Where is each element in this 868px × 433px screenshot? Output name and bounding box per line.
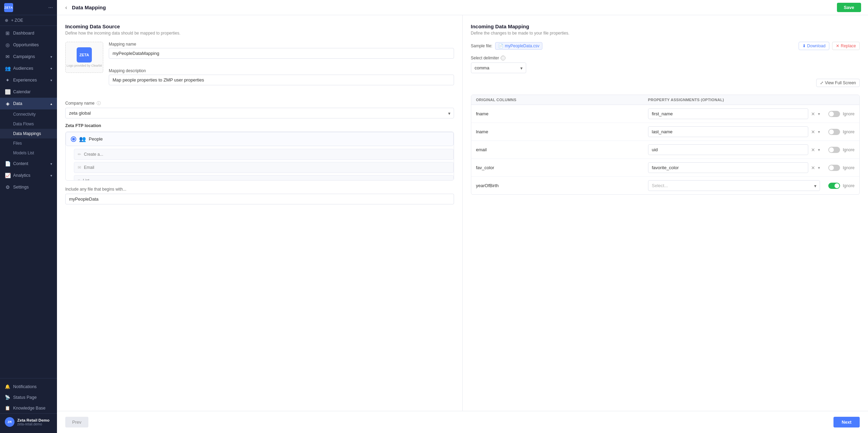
prop-assign-lname: last_name ✕ ▾ — [648, 126, 820, 137]
col1-header: Original Columns — [476, 98, 648, 102]
sidebar-item-calendar[interactable]: ⬜ Calendar — [0, 86, 57, 98]
prop-assign-year: Select... ▾ — [648, 180, 820, 191]
clear-icon[interactable]: ✕ — [810, 110, 817, 117]
mapping-name-input[interactable] — [109, 48, 454, 59]
sidebar-item-data[interactable]: ◈ Data ▴ — [0, 98, 57, 109]
user-name: Zeta Retail Demo — [17, 418, 49, 422]
mapping-desc-label: Mapping description — [109, 68, 454, 73]
zoe-button[interactable]: ⊕ + ZOE — [0, 15, 57, 26]
ftp-scrollable: 👥 People ✏ ✉ — [66, 132, 454, 180]
prop-select-fname[interactable]: first_name — [648, 108, 808, 119]
prop-select-lname[interactable]: last_name — [648, 126, 808, 137]
mapping-desc-input[interactable] — [109, 75, 454, 85]
sidebar-item-dashboard[interactable]: ⊞ Dashboard — [0, 27, 57, 39]
company-name-label: Company name ⓘ — [65, 100, 454, 106]
bottom-buttons: Prev Next — [57, 411, 868, 433]
content-area: Incoming Data Source Define how the inco… — [57, 15, 868, 411]
prop-select-email[interactable]: uid — [648, 144, 808, 155]
file-chip: 📄 myPeopleData.csv — [495, 42, 542, 50]
ignore-toggle-fname[interactable] — [828, 111, 840, 117]
email-input[interactable] — [84, 165, 450, 170]
content-icon: 📄 — [5, 161, 10, 166]
chevron-down-icon: ▾ — [50, 78, 52, 82]
list-icon: ≡ — [78, 178, 80, 180]
sidebar-item-label: Audiences — [13, 66, 33, 71]
sidebar-item-knowledge-base[interactable]: 📋 Knowledge Base — [0, 403, 57, 413]
table-row: fav_color favorite_color ✕ ▾ Ignore — [471, 159, 860, 177]
delimiter-info-icon[interactable]: ⓘ — [501, 56, 505, 60]
list-input[interactable] — [83, 178, 450, 180]
sidebar-item-status-page[interactable]: 📡 Status Page — [0, 392, 57, 403]
sidebar-subitem-models-list[interactable]: Models List — [0, 148, 57, 158]
ftp-item-people[interactable]: 👥 People — [66, 132, 454, 146]
sidebar-item-audiences[interactable]: 👥 Audiences ▾ — [0, 62, 57, 74]
ignore-toggle-email[interactable] — [828, 147, 840, 153]
prop-select-fav-color[interactable]: favorite_color — [648, 162, 808, 173]
mapping-name-row: Mapping name — [109, 42, 454, 64]
table-row: yearOfBirth Select... ▾ Ignore — [471, 177, 860, 194]
download-button[interactable]: ⬇ Download — [799, 42, 829, 50]
create-input[interactable] — [84, 152, 450, 157]
calendar-icon: ⬜ — [5, 89, 10, 95]
sidebar-subitem-data-flows[interactable]: Data Flows — [0, 119, 57, 129]
right-section-title: Incoming Data Mapping — [471, 23, 860, 29]
ftp-sub-item-list: ≡ — [74, 175, 454, 180]
sidebar: ZETA ··· ⊕ + ZOE ⊞ Dashboard ◎ Opportuni… — [0, 0, 57, 433]
logo-upload-area[interactable]: ZETA Logo provided by Clearbit — [65, 42, 103, 73]
ignore-toggle-lname[interactable] — [828, 129, 840, 135]
next-button[interactable]: Next — [833, 417, 860, 427]
sidebar-subitem-data-mappings[interactable]: Data Mappings — [0, 129, 57, 138]
prop-assign-email: uid ✕ ▾ — [648, 144, 820, 155]
prev-button[interactable]: Prev — [65, 417, 88, 427]
page-title: Data Mapping — [72, 4, 106, 10]
sidebar-item-label: Settings — [13, 185, 29, 190]
sidebar-more-button[interactable]: ··· — [48, 4, 53, 11]
main-content: ‹ Data Mapping Save Incoming Data Source… — [57, 0, 868, 433]
sidebar-item-settings[interactable]: ⚙ Settings — [0, 181, 57, 193]
prop-select-year[interactable]: Select... — [648, 180, 820, 191]
include-input[interactable] — [65, 194, 454, 204]
back-button[interactable]: ‹ — [64, 3, 68, 12]
sidebar-item-notifications[interactable]: 🔔 Notifications — [0, 381, 57, 392]
sidebar-subitem-connectivity[interactable]: Connectivity — [0, 109, 57, 119]
prop-select-wrapper: first_name — [648, 108, 808, 119]
sidebar-item-opportunities[interactable]: ◎ Opportunities — [0, 39, 57, 51]
ignore-label: Ignore — [843, 183, 855, 188]
sidebar-item-label: Content — [13, 161, 28, 166]
ignore-label: Ignore — [843, 147, 855, 152]
ftp-section: Zeta FTP location 👥 People ✏ — [65, 123, 454, 181]
original-col-lname: lname — [476, 129, 648, 134]
ignore-label: Ignore — [843, 165, 855, 170]
radio-people[interactable] — [71, 136, 76, 142]
delimiter-select[interactable]: comma tab semicolon pipe — [471, 62, 526, 73]
chevron-down-icon: ▾ — [50, 67, 52, 70]
sidebar-item-experiences[interactable]: ✦ Experiences ▾ — [0, 74, 57, 86]
clear-icon[interactable]: ✕ — [810, 164, 817, 171]
sidebar-item-label: Calendar — [13, 89, 31, 94]
sidebar-item-label: Opportunities — [13, 42, 39, 47]
x-icon: ✕ — [836, 44, 839, 48]
dashboard-icon: ⊞ — [5, 30, 10, 36]
clear-icon[interactable]: ✕ — [810, 146, 817, 153]
csv-icon: 📄 — [498, 44, 503, 48]
company-select[interactable]: zeta global — [65, 108, 454, 118]
mapping-table-header: Original Columns Property Assignments (o… — [471, 95, 860, 105]
save-button[interactable]: Save — [837, 3, 861, 12]
notifications-icon: 🔔 — [5, 384, 10, 389]
col3-header — [820, 98, 855, 102]
chevron-down-icon: ▾ — [50, 174, 52, 177]
download-icon: ⬇ — [802, 44, 806, 48]
replace-button[interactable]: ✕ Replace — [832, 42, 860, 50]
zoe-plus-icon: ⊕ — [5, 18, 8, 23]
user-profile[interactable]: ZR Zeta Retail Demo zeta-retail.demo — [0, 413, 57, 430]
sidebar-subitem-files[interactable]: Files — [0, 138, 57, 148]
sidebar-item-content[interactable]: 📄 Content ▾ — [0, 158, 57, 170]
sidebar-item-analytics[interactable]: 📈 Analytics ▾ — [0, 170, 57, 181]
sidebar-nav: ⊞ Dashboard ◎ Opportunities ✉ Campaigns … — [0, 26, 57, 378]
clear-icon[interactable]: ✕ — [810, 128, 817, 135]
ignore-toggle-fav-color[interactable] — [828, 165, 840, 171]
chevron-down-icon: ▾ — [50, 162, 52, 166]
sidebar-item-campaigns[interactable]: ✉ Campaigns ▾ — [0, 51, 57, 62]
view-full-screen-button[interactable]: ⤢ View Full Screen — [816, 79, 860, 87]
ignore-toggle-year[interactable] — [828, 183, 840, 189]
